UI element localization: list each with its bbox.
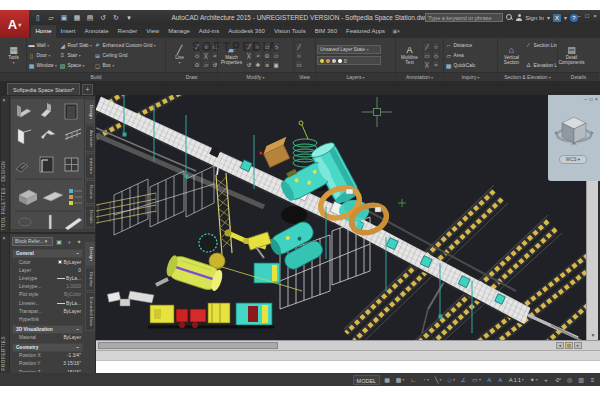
tab-featured-apps[interactable]: Featured Apps	[342, 25, 390, 38]
ribbon-small-tool-icon[interactable]: ╱	[193, 42, 201, 50]
ribbon-small-tool-icon[interactable]: ╱	[295, 42, 303, 50]
annotation-scale-button[interactable]: A1:1▾	[507, 375, 526, 385]
select-objects-icon[interactable]: ＋	[65, 238, 73, 246]
property-value[interactable]: 15/16"	[67, 370, 81, 372]
ribbon-small-tool-icon[interactable]: ⊙	[263, 51, 271, 59]
tool-item-door-dark[interactable]	[65, 104, 77, 119]
tab-vision-tools[interactable]: Vision Tools	[269, 25, 310, 38]
tool-item-post[interactable]	[49, 215, 52, 229]
infer-icon[interactable]: ∟	[408, 375, 418, 385]
tool-item-door-frame[interactable]	[40, 157, 53, 172]
palette-tab-rooms[interactable]: Rooms	[85, 180, 95, 204]
osnap-icon[interactable]: ▭▾	[470, 375, 483, 385]
tool-palette-titlebar[interactable]: × TOOL PALETTES - DESIGN	[1, 96, 10, 232]
tab-insert[interactable]: Insert	[56, 25, 80, 38]
ribbon-small-tool-icon[interactable]: ○	[254, 42, 262, 50]
ribbon-small-tool-icon[interactable]: ↺	[245, 60, 253, 68]
properties-tab-design[interactable]: Design	[85, 242, 95, 266]
property-value[interactable]: -1 3/4"	[67, 353, 81, 358]
ribbon-small-tool-icon[interactable]: ≈	[211, 51, 217, 59]
property-value[interactable]: 0	[78, 268, 81, 273]
ribbon-small-tool-icon[interactable]: ◇	[272, 42, 280, 50]
tab-annotate[interactable]: Annotate	[80, 25, 113, 38]
qat-dropdown-icon[interactable]: ▾	[124, 13, 134, 23]
command-input[interactable]	[96, 360, 600, 373]
stair-button[interactable]: ≡Stair▾	[59, 50, 92, 60]
box-button[interactable]: ◻Box▾	[94, 60, 156, 70]
property-value[interactable]: ByLayer	[58, 260, 81, 265]
tab-view[interactable]: View	[142, 25, 164, 38]
multiline-text-button[interactable]: AMultiline Text	[397, 39, 422, 71]
tool-item-column[interactable]	[19, 218, 31, 226]
properties-tab-display[interactable]: Display	[85, 267, 95, 291]
ribbon-small-tool-icon[interactable]: ╱	[423, 42, 431, 50]
minimize-icon[interactable]: –	[576, 12, 582, 20]
palette-close-icon[interactable]: ×	[3, 97, 6, 103]
properties-titlebar[interactable]: × PROPERTIES	[1, 234, 10, 373]
palette-tab-interiors[interactable]: Interiors	[85, 153, 95, 179]
ribbon-small-tool-icon[interactable]: ○	[432, 42, 440, 50]
ribbon-small-tool-icon[interactable]: ╳	[245, 51, 253, 59]
ribbon-small-tool-icon[interactable]: ≈	[432, 60, 440, 68]
wcs-dropdown[interactable]: WCS ▾	[559, 155, 587, 164]
drawing-canvas[interactable]	[96, 95, 586, 340]
qat-undo-icon[interactable]: ↺	[98, 13, 108, 23]
tab-autodesk-360[interactable]: Autodesk 360	[224, 25, 270, 38]
ribbon-small-tool-icon[interactable]: ▣	[272, 60, 280, 68]
property-value[interactable]: ByLa...	[57, 276, 81, 281]
tool-item-wall[interactable]	[17, 105, 31, 117]
property-value[interactable]: ByLayer	[63, 335, 81, 340]
ribbon-small-tool-icon[interactable]: ╳	[423, 60, 431, 68]
roof-slab-button[interactable]: ◢Roof Slab▾	[59, 40, 92, 50]
ribbon-small-tool-icon[interactable]: ≡	[263, 60, 271, 68]
model-button[interactable]: MODEL	[353, 375, 381, 385]
ribbon-small-tool-icon[interactable]: ○	[295, 51, 303, 59]
tab-home[interactable]: Home	[31, 25, 56, 38]
ribbon-small-tool-icon[interactable]: ▱	[272, 51, 280, 59]
properties-tab-extended-data[interactable]: Extended Data	[85, 292, 95, 331]
toggle-pickadd-icon[interactable]: ▣	[55, 238, 63, 246]
tab-render[interactable]: Render	[113, 25, 142, 38]
tab-overflow-icon[interactable]: ▣▾	[390, 25, 400, 38]
panel-label-tools[interactable]	[0, 72, 26, 81]
tool-item-wall-corner[interactable]	[41, 103, 51, 117]
search-input[interactable]: Type a keyword or phrase	[425, 13, 503, 22]
properties-close-icon[interactable]: ×	[3, 235, 6, 241]
pan-right-icon[interactable]: ▸	[574, 342, 582, 349]
collapse-icon[interactable]: −	[76, 250, 79, 257]
application-menu-button[interactable]: A▾	[0, 10, 29, 38]
tool-item-window[interactable]	[65, 158, 78, 171]
door-button[interactable]: ▯Door▾	[28, 50, 57, 60]
close-icon[interactable]: ×	[592, 12, 598, 20]
ribbon-small-tool-icon[interactable]: ◇	[432, 51, 440, 59]
maximize-icon[interactable]: □	[584, 12, 590, 20]
tools-button[interactable]: ▦Tools▾	[1, 39, 26, 71]
ribbon-small-tool-icon[interactable]: ≈	[254, 51, 262, 59]
sign-in-caret-icon[interactable]: ▾	[547, 14, 550, 21]
panel-label-draw[interactable]: Draw	[166, 72, 217, 81]
ribbon-small-tool-icon[interactable]: ╱	[245, 42, 253, 50]
property-value[interactable]: ByColor	[64, 292, 81, 297]
exchange-apps-icon[interactable]: X	[553, 14, 561, 22]
horizontal-scrollbar[interactable]: ◂ ▤ ▸	[96, 340, 600, 350]
ribbon-small-tool-icon[interactable]: ✚	[254, 60, 262, 68]
space-button[interactable]: ▨Space▾	[59, 60, 92, 70]
ribbon-small-tool-icon[interactable]: ▭	[263, 42, 271, 50]
workspace-icon[interactable]: ✦▾	[528, 375, 540, 385]
panel-label-inquiry[interactable]: Inquiry ▾	[444, 72, 497, 81]
section-header-geometry[interactable]: Geometry−	[12, 343, 83, 352]
ribbon-small-tool-icon[interactable]: ↺	[211, 60, 217, 68]
line-button[interactable]: ╱Line▾	[167, 39, 192, 71]
ribbon-small-tool-icon[interactable]: ▭	[211, 42, 217, 50]
annotation-visibility-icon[interactable]: A	[485, 375, 494, 385]
layout-icon[interactable]: ▤	[565, 342, 573, 349]
section-header-3d-visualization[interactable]: 3D Visualization−	[12, 325, 83, 334]
ribbon-small-tool-icon[interactable]: ▭	[295, 60, 303, 68]
ribbon-small-tool-icon[interactable]: ○	[202, 42, 210, 50]
panel-label-details[interactable]: Details	[558, 72, 599, 81]
horizontal-scroll-thumb[interactable]	[98, 342, 278, 349]
property-value[interactable]: ByLayer	[63, 309, 81, 314]
quickcalc-button[interactable]: ▦QuickCalc	[445, 60, 475, 70]
polar-icon[interactable]: ╲▾	[433, 375, 444, 385]
property-value[interactable]: ByLa...	[57, 301, 81, 306]
